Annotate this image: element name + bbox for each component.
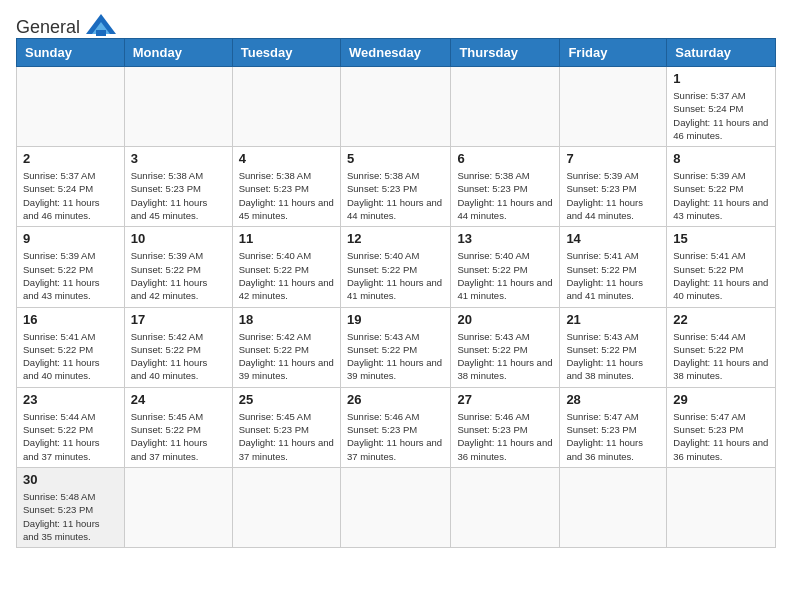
calendar-cell: [560, 467, 667, 547]
day-number: 24: [131, 392, 226, 407]
calendar-cell: [340, 67, 450, 147]
day-info: Sunrise: 5:39 AMSunset: 5:23 PMDaylight:…: [566, 169, 660, 222]
day-number: 4: [239, 151, 334, 166]
weekday-header-tuesday: Tuesday: [232, 39, 340, 67]
day-number: 14: [566, 231, 660, 246]
calendar-cell: 7Sunrise: 5:39 AMSunset: 5:23 PMDaylight…: [560, 147, 667, 227]
calendar-cell: 19Sunrise: 5:43 AMSunset: 5:22 PMDayligh…: [340, 307, 450, 387]
day-number: 20: [457, 312, 553, 327]
logo: General: [16, 16, 120, 30]
day-number: 19: [347, 312, 444, 327]
calendar-cell: 29Sunrise: 5:47 AMSunset: 5:23 PMDayligh…: [667, 387, 776, 467]
week-row-4: 16Sunrise: 5:41 AMSunset: 5:22 PMDayligh…: [17, 307, 776, 387]
day-number: 25: [239, 392, 334, 407]
day-info: Sunrise: 5:38 AMSunset: 5:23 PMDaylight:…: [239, 169, 334, 222]
day-number: 12: [347, 231, 444, 246]
day-info: Sunrise: 5:41 AMSunset: 5:22 PMDaylight:…: [673, 249, 769, 302]
calendar-cell: 14Sunrise: 5:41 AMSunset: 5:22 PMDayligh…: [560, 227, 667, 307]
calendar-cell: 1Sunrise: 5:37 AMSunset: 5:24 PMDaylight…: [667, 67, 776, 147]
day-info: Sunrise: 5:46 AMSunset: 5:23 PMDaylight:…: [347, 410, 444, 463]
week-row-3: 9Sunrise: 5:39 AMSunset: 5:22 PMDaylight…: [17, 227, 776, 307]
calendar-cell: [124, 467, 232, 547]
day-info: Sunrise: 5:48 AMSunset: 5:23 PMDaylight:…: [23, 490, 118, 543]
calendar-cell: [232, 467, 340, 547]
calendar-cell: 11Sunrise: 5:40 AMSunset: 5:22 PMDayligh…: [232, 227, 340, 307]
calendar-cell: 4Sunrise: 5:38 AMSunset: 5:23 PMDaylight…: [232, 147, 340, 227]
day-number: 1: [673, 71, 769, 86]
day-number: 8: [673, 151, 769, 166]
calendar-cell: 10Sunrise: 5:39 AMSunset: 5:22 PMDayligh…: [124, 227, 232, 307]
week-row-1: 1Sunrise: 5:37 AMSunset: 5:24 PMDaylight…: [17, 67, 776, 147]
day-info: Sunrise: 5:41 AMSunset: 5:22 PMDaylight:…: [566, 249, 660, 302]
weekday-header-saturday: Saturday: [667, 39, 776, 67]
day-number: 2: [23, 151, 118, 166]
day-info: Sunrise: 5:40 AMSunset: 5:22 PMDaylight:…: [457, 249, 553, 302]
calendar-cell: 3Sunrise: 5:38 AMSunset: 5:23 PMDaylight…: [124, 147, 232, 227]
day-number: 22: [673, 312, 769, 327]
calendar-cell: 22Sunrise: 5:44 AMSunset: 5:22 PMDayligh…: [667, 307, 776, 387]
week-row-2: 2Sunrise: 5:37 AMSunset: 5:24 PMDaylight…: [17, 147, 776, 227]
week-row-5: 23Sunrise: 5:44 AMSunset: 5:22 PMDayligh…: [17, 387, 776, 467]
day-info: Sunrise: 5:42 AMSunset: 5:22 PMDaylight:…: [131, 330, 226, 383]
day-info: Sunrise: 5:38 AMSunset: 5:23 PMDaylight:…: [457, 169, 553, 222]
weekday-header-friday: Friday: [560, 39, 667, 67]
day-info: Sunrise: 5:43 AMSunset: 5:22 PMDaylight:…: [347, 330, 444, 383]
day-info: Sunrise: 5:39 AMSunset: 5:22 PMDaylight:…: [131, 249, 226, 302]
calendar-cell: 28Sunrise: 5:47 AMSunset: 5:23 PMDayligh…: [560, 387, 667, 467]
calendar-table: SundayMondayTuesdayWednesdayThursdayFrid…: [16, 38, 776, 548]
day-info: Sunrise: 5:44 AMSunset: 5:22 PMDaylight:…: [23, 410, 118, 463]
day-number: 29: [673, 392, 769, 407]
calendar-cell: 30Sunrise: 5:48 AMSunset: 5:23 PMDayligh…: [17, 467, 125, 547]
day-number: 9: [23, 231, 118, 246]
logo-text: General: [16, 17, 80, 38]
calendar-cell: [667, 467, 776, 547]
day-number: 3: [131, 151, 226, 166]
day-number: 6: [457, 151, 553, 166]
weekday-header-monday: Monday: [124, 39, 232, 67]
day-info: Sunrise: 5:45 AMSunset: 5:22 PMDaylight:…: [131, 410, 226, 463]
day-info: Sunrise: 5:39 AMSunset: 5:22 PMDaylight:…: [23, 249, 118, 302]
day-info: Sunrise: 5:43 AMSunset: 5:22 PMDaylight:…: [566, 330, 660, 383]
day-info: Sunrise: 5:45 AMSunset: 5:23 PMDaylight:…: [239, 410, 334, 463]
day-number: 15: [673, 231, 769, 246]
day-number: 18: [239, 312, 334, 327]
calendar-cell: 15Sunrise: 5:41 AMSunset: 5:22 PMDayligh…: [667, 227, 776, 307]
calendar-cell: 24Sunrise: 5:45 AMSunset: 5:22 PMDayligh…: [124, 387, 232, 467]
calendar-cell: 9Sunrise: 5:39 AMSunset: 5:22 PMDaylight…: [17, 227, 125, 307]
calendar-cell: 12Sunrise: 5:40 AMSunset: 5:22 PMDayligh…: [340, 227, 450, 307]
calendar-cell: 26Sunrise: 5:46 AMSunset: 5:23 PMDayligh…: [340, 387, 450, 467]
page-header: General: [16, 16, 776, 30]
day-info: Sunrise: 5:40 AMSunset: 5:22 PMDaylight:…: [347, 249, 444, 302]
day-info: Sunrise: 5:38 AMSunset: 5:23 PMDaylight:…: [347, 169, 444, 222]
weekday-header-wednesday: Wednesday: [340, 39, 450, 67]
day-info: Sunrise: 5:39 AMSunset: 5:22 PMDaylight:…: [673, 169, 769, 222]
calendar-cell: 17Sunrise: 5:42 AMSunset: 5:22 PMDayligh…: [124, 307, 232, 387]
weekday-header-thursday: Thursday: [451, 39, 560, 67]
day-info: Sunrise: 5:43 AMSunset: 5:22 PMDaylight:…: [457, 330, 553, 383]
day-number: 11: [239, 231, 334, 246]
day-info: Sunrise: 5:47 AMSunset: 5:23 PMDaylight:…: [673, 410, 769, 463]
calendar-cell: 18Sunrise: 5:42 AMSunset: 5:22 PMDayligh…: [232, 307, 340, 387]
calendar-cell: 2Sunrise: 5:37 AMSunset: 5:24 PMDaylight…: [17, 147, 125, 227]
calendar-cell: [560, 67, 667, 147]
day-number: 27: [457, 392, 553, 407]
weekday-header-sunday: Sunday: [17, 39, 125, 67]
logo-blue-icon: [82, 12, 120, 38]
weekday-header-row: SundayMondayTuesdayWednesdayThursdayFrid…: [17, 39, 776, 67]
calendar-cell: [124, 67, 232, 147]
day-info: Sunrise: 5:40 AMSunset: 5:22 PMDaylight:…: [239, 249, 334, 302]
calendar-cell: 16Sunrise: 5:41 AMSunset: 5:22 PMDayligh…: [17, 307, 125, 387]
day-info: Sunrise: 5:37 AMSunset: 5:24 PMDaylight:…: [673, 89, 769, 142]
day-info: Sunrise: 5:44 AMSunset: 5:22 PMDaylight:…: [673, 330, 769, 383]
day-info: Sunrise: 5:46 AMSunset: 5:23 PMDaylight:…: [457, 410, 553, 463]
calendar-cell: [340, 467, 450, 547]
day-number: 7: [566, 151, 660, 166]
calendar-cell: [232, 67, 340, 147]
calendar-cell: 23Sunrise: 5:44 AMSunset: 5:22 PMDayligh…: [17, 387, 125, 467]
calendar-cell: 5Sunrise: 5:38 AMSunset: 5:23 PMDaylight…: [340, 147, 450, 227]
day-info: Sunrise: 5:41 AMSunset: 5:22 PMDaylight:…: [23, 330, 118, 383]
calendar-cell: 25Sunrise: 5:45 AMSunset: 5:23 PMDayligh…: [232, 387, 340, 467]
day-number: 23: [23, 392, 118, 407]
day-info: Sunrise: 5:37 AMSunset: 5:24 PMDaylight:…: [23, 169, 118, 222]
calendar-cell: 8Sunrise: 5:39 AMSunset: 5:22 PMDaylight…: [667, 147, 776, 227]
